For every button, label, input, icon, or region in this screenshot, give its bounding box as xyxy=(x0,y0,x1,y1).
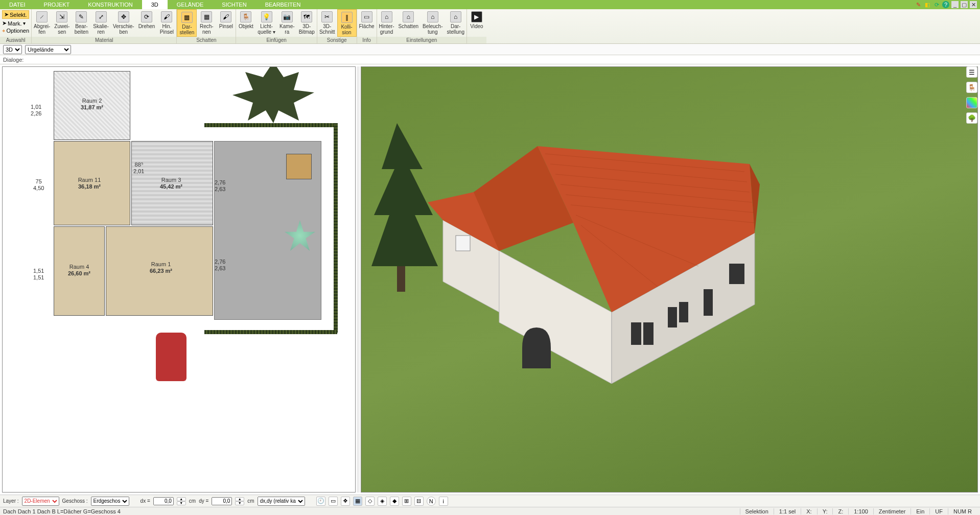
unit2: cm xyxy=(247,498,254,504)
lichtquelle-button[interactable]: 💡Licht- quelle ▾ xyxy=(255,9,277,37)
mark-tool[interactable]: ➤Mark. ▾ xyxy=(2,20,29,27)
group-video-spacer xyxy=(467,37,486,43)
dy-input[interactable] xyxy=(212,497,232,505)
grid2-icon[interactable]: ⊟ xyxy=(414,497,424,506)
dx-up[interactable]: ▲ xyxy=(177,497,186,501)
verschieben-button[interactable]: ✥Verschie- ben xyxy=(111,9,136,37)
snap3-icon[interactable]: ◆ xyxy=(390,497,399,506)
status-selektion: Selektion xyxy=(740,508,774,514)
layers-icon[interactable]: ☰ xyxy=(966,66,977,78)
snap2-icon[interactable]: ◈ xyxy=(378,497,387,506)
brush-icon: 🖌 xyxy=(220,11,231,22)
chair-icon: 🪑 xyxy=(240,11,251,22)
schatten2-button[interactable]: ⌂Schatten xyxy=(396,9,421,37)
minimize-icon[interactable]: _ xyxy=(951,1,959,8)
menu-bearbeiten[interactable]: BEARBEITEN xyxy=(256,0,310,9)
status-x: X: xyxy=(801,508,816,514)
svg-rect-24 xyxy=(729,264,744,284)
rechnen-button[interactable]: ▦Rech- nen xyxy=(197,9,216,37)
square-icon[interactable]: ◧ xyxy=(924,1,931,8)
flaeche-button[interactable]: ▭Fläche xyxy=(357,9,377,37)
status-y: Y: xyxy=(817,508,833,514)
maximize-icon[interactable]: ▢ xyxy=(961,1,968,8)
layers-small-icon[interactable]: ❖ xyxy=(341,497,350,506)
group-schatten: Schatten xyxy=(177,37,236,43)
screen-icon[interactable]: ▭ xyxy=(329,497,338,506)
beleuchtung-button[interactable]: ⌂Beleuch- tung xyxy=(421,9,445,37)
view-3d[interactable] xyxy=(361,66,978,493)
menubar: DATEI PROJEKT KONSTRUKTION 3D GELÄNDE SI… xyxy=(0,0,980,9)
select-rect-icon[interactable]: ▦ xyxy=(353,497,362,506)
select-tool[interactable]: ➤Selekt. xyxy=(2,10,29,19)
kollision-button[interactable]: ‖Kolli- sion xyxy=(337,9,357,37)
darstellen-button[interactable]: ▦Dar- stellen xyxy=(177,9,197,37)
pinsel-button[interactable]: 🖌Pinsel xyxy=(216,9,236,37)
layer-label: Layer : xyxy=(3,498,19,504)
dx-down[interactable]: ▼ xyxy=(177,501,186,505)
terrace-table xyxy=(286,154,312,179)
bearbeiten-button[interactable]: ✎Bear- beiten xyxy=(72,9,91,37)
objekt-button[interactable]: 🪑Objekt xyxy=(236,9,255,37)
view-item-select[interactable]: Urgelände xyxy=(25,45,71,54)
plus-icon: + xyxy=(2,28,5,34)
close-icon[interactable]: ✕ xyxy=(970,1,977,8)
tree-dock-icon[interactable]: 🌳 xyxy=(966,112,977,124)
room11-name: Raum 11 xyxy=(78,177,101,183)
kamera-button[interactable]: 📷Kame- ra xyxy=(277,9,297,37)
view-splitter[interactable] xyxy=(357,66,360,493)
area-icon: ▭ xyxy=(361,11,372,22)
hinpinsel-button[interactable]: 🖌Hin. Pinsel xyxy=(157,9,176,37)
chair-dock-icon[interactable]: 🪑 xyxy=(966,82,977,93)
shadow-icon: ⌂ xyxy=(403,11,414,22)
rotate-icon: ⟳ xyxy=(141,11,152,22)
menu-konstruktion[interactable]: KONSTRUKTION xyxy=(79,0,142,9)
tree-icon xyxy=(227,66,319,123)
bulb-icon: 💡 xyxy=(261,11,272,22)
dy-up[interactable]: ▲ xyxy=(235,497,244,501)
status-bar: Dach Dach 1 Dach B L=Dächer G=Geschoss 4… xyxy=(0,507,980,515)
hintergrund-button[interactable]: ⌂Hinter- grund xyxy=(377,9,396,37)
group-sonstige: Sonstige xyxy=(317,37,357,43)
pencil-icon[interactable]: ✎ xyxy=(915,1,922,8)
bitmap-button[interactable]: 🗺3D- Bitmap xyxy=(297,9,317,37)
dy-down[interactable]: ▼ xyxy=(235,501,244,505)
palette-icon[interactable] xyxy=(966,97,977,108)
layer-select[interactable]: 2D-Elemen xyxy=(22,497,59,506)
group-einfuegen: Einfügen xyxy=(236,37,317,43)
menu-gelaende[interactable]: GELÄNDE xyxy=(168,0,213,9)
room1-name: Raum 1 xyxy=(151,261,171,267)
room1-area: 66,23 m² xyxy=(150,268,172,274)
zuweisen-button[interactable]: ⇲Zuwei- sen xyxy=(52,9,72,37)
menu-3d[interactable]: 3D xyxy=(142,0,168,9)
clock-icon[interactable]: 🕘 xyxy=(316,497,325,506)
darstellung-button[interactable]: ⌂Dar- stellung xyxy=(445,9,466,37)
menu-datei[interactable]: DATEI xyxy=(0,0,35,9)
grid1-icon[interactable]: ⊞ xyxy=(402,497,411,506)
dx-input[interactable] xyxy=(153,497,174,505)
collision-icon: ‖ xyxy=(341,12,353,23)
calc-icon: ▦ xyxy=(201,11,212,22)
north-icon[interactable]: N xyxy=(427,497,436,506)
abgreifen-button[interactable]: ⟋Abgrei- fen xyxy=(32,9,52,37)
geschoss-select[interactable]: Erdgeschos xyxy=(91,497,129,506)
status-ein: Ein xyxy=(911,508,929,514)
refresh-icon[interactable]: ⟳ xyxy=(933,1,940,8)
view-mode-select[interactable]: 3D xyxy=(3,45,22,54)
svg-marker-0 xyxy=(232,66,314,123)
eyedropper-icon: ⟋ xyxy=(36,11,48,22)
view-2d[interactable]: Raum 2 31,87 m² Raum 11 36,18 m² Raum 3 … xyxy=(2,66,356,493)
svg-rect-22 xyxy=(679,302,688,322)
video-button[interactable]: ▶Video xyxy=(467,9,486,37)
assign-icon: ⇲ xyxy=(56,11,67,22)
drehen-button[interactable]: ⟳Drehen xyxy=(136,9,157,37)
snap1-icon[interactable]: ◇ xyxy=(365,497,375,506)
options-tool[interactable]: +Optionen xyxy=(2,28,29,34)
dialoge-bar: Dialoge: xyxy=(0,55,980,64)
coord-mode-select[interactable]: dx,dy (relativ ka xyxy=(258,497,305,506)
help-icon[interactable]: ? xyxy=(942,1,949,8)
menu-sichten[interactable]: SICHTEN xyxy=(213,0,255,9)
skalieren-button[interactable]: ⤢Skalie- ren xyxy=(91,9,111,37)
menu-projekt[interactable]: PROJEKT xyxy=(35,0,79,9)
schnitt-button[interactable]: ✂3D- Schnitt xyxy=(317,9,337,37)
info-icon[interactable]: i xyxy=(439,497,448,506)
